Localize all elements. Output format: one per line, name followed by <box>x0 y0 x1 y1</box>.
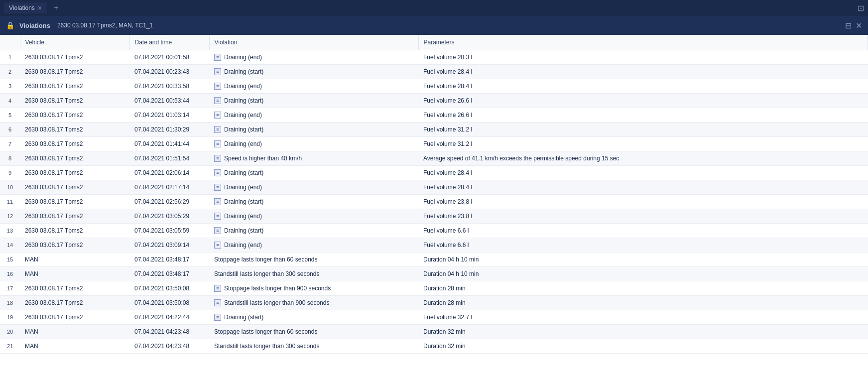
violation-icon: ≡ <box>214 169 221 176</box>
cell-violation: Standstill lasts longer than 300 seconds <box>209 267 418 281</box>
cell-num: 18 <box>0 296 20 310</box>
cell-datetime: 07.04.2021 04:22:44 <box>129 310 209 325</box>
cell-num: 6 <box>0 123 20 137</box>
violation-icon: ≡ <box>214 314 221 321</box>
violations-table-container[interactable]: Vehicle Date and time Violation Paramete… <box>0 35 868 382</box>
cell-vehicle: 2630 03.08.17 Tpms2 <box>20 296 129 310</box>
table-row[interactable]: 32630 03.08.17 Tpms207.04.2021 00:33:58≡… <box>0 79 868 94</box>
cell-violation: ≡Draining (end) <box>209 137 418 151</box>
table-row[interactable]: 182630 03.08.17 Tpms207.04.2021 03:50:08… <box>0 296 868 310</box>
cell-datetime: 07.04.2021 02:17:14 <box>129 180 209 195</box>
table-row[interactable]: 172630 03.08.17 Tpms207.04.2021 03:50:08… <box>0 281 868 296</box>
cell-vehicle: MAN <box>20 325 129 339</box>
tab-label: Violations <box>9 4 35 11</box>
lock-icon: 🔒 <box>6 21 14 29</box>
cell-params: Fuel volume 32.7 l <box>418 310 868 325</box>
violation-text: Draining (end) <box>224 54 262 61</box>
table-row[interactable]: 122630 03.08.17 Tpms207.04.2021 03:05:29… <box>0 209 868 224</box>
table-row[interactable]: 21MAN07.04.2021 04:23:48Standstill lasts… <box>0 339 868 354</box>
table-row[interactable]: 112630 03.08.17 Tpms207.04.2021 02:56:29… <box>0 195 868 209</box>
col-header-vehicle: Vehicle <box>20 35 129 50</box>
violation-text: Draining (start) <box>224 68 263 75</box>
table-row[interactable]: 132630 03.08.17 Tpms207.04.2021 03:05:59… <box>0 224 868 238</box>
violation-text: Standstill lasts longer than 900 seconds <box>224 299 329 306</box>
cell-vehicle: 2630 03.08.17 Tpms2 <box>20 209 129 224</box>
cell-violation: Stoppage lasts longer than 60 seconds <box>209 325 418 339</box>
panel-close-button[interactable]: ✕ <box>856 21 862 30</box>
col-header-params: Parameters <box>418 35 868 50</box>
cell-num: 7 <box>0 137 20 151</box>
cell-num: 21 <box>0 339 20 354</box>
cell-num: 13 <box>0 224 20 238</box>
col-header-datetime: Date and time <box>129 35 209 50</box>
cell-vehicle: 2630 03.08.17 Tpms2 <box>20 238 129 253</box>
table-row[interactable]: 12630 03.08.17 Tpms207.04.2021 00:01:58≡… <box>0 50 868 65</box>
cell-params: Duration 28 min <box>418 281 868 296</box>
cell-params: Duration 32 min <box>418 339 868 354</box>
panel-header: 🔒 Violations 2630 03.08.17 Tpms2, MAN, T… <box>0 16 868 35</box>
table-row[interactable]: 142630 03.08.17 Tpms207.04.2021 03:09:14… <box>0 238 868 253</box>
cell-violation: Stoppage lasts longer than 60 seconds <box>209 253 418 267</box>
table-row[interactable]: 62630 03.08.17 Tpms207.04.2021 01:30:29≡… <box>0 123 868 137</box>
violation-text: Draining (start) <box>224 314 263 321</box>
table-row[interactable]: 52630 03.08.17 Tpms207.04.2021 01:03:14≡… <box>0 108 868 123</box>
cell-violation: ≡Draining (start) <box>209 195 418 209</box>
add-tab-button[interactable]: + <box>51 2 61 13</box>
app-window: Violations × + ⊡ 🔒 Violations 2630 03.08… <box>0 0 868 382</box>
cell-params: Fuel volume 31.2 l <box>418 137 868 151</box>
cell-datetime: 07.04.2021 03:48:17 <box>129 253 209 267</box>
cell-vehicle: 2630 03.08.17 Tpms2 <box>20 310 129 325</box>
cell-params: Fuel volume 26.6 l <box>418 108 868 123</box>
cell-num: 12 <box>0 209 20 224</box>
tab-close-button[interactable]: × <box>38 4 42 11</box>
violations-table: Vehicle Date and time Violation Paramete… <box>0 35 868 354</box>
cell-violation: ≡Draining (start) <box>209 123 418 137</box>
cell-params: Duration 04 h 10 min <box>418 253 868 267</box>
table-row[interactable]: 22630 03.08.17 Tpms207.04.2021 00:23:43≡… <box>0 65 868 79</box>
violation-icon: ≡ <box>214 112 221 119</box>
table-row[interactable]: 102630 03.08.17 Tpms207.04.2021 02:17:14… <box>0 180 868 195</box>
window-controls-icon: ⊡ <box>858 4 864 12</box>
cell-params: Average speed of 41.1 km/h exceeds the p… <box>418 151 868 166</box>
cell-vehicle: 2630 03.08.17 Tpms2 <box>20 151 129 166</box>
cell-datetime: 07.04.2021 00:01:58 <box>129 50 209 65</box>
cell-params: Fuel volume 6.6 l <box>418 238 868 253</box>
violation-icon: ≡ <box>214 198 221 205</box>
table-row[interactable]: 82630 03.08.17 Tpms207.04.2021 01:51:54≡… <box>0 151 868 166</box>
col-header-violation: Violation <box>209 35 418 50</box>
cell-datetime: 07.04.2021 00:33:58 <box>129 79 209 94</box>
violation-icon: ≡ <box>214 54 221 61</box>
table-row[interactable]: 192630 03.08.17 Tpms207.04.2021 04:22:44… <box>0 310 868 325</box>
violation-icon: ≡ <box>214 126 221 133</box>
cell-datetime: 07.04.2021 02:06:14 <box>129 166 209 180</box>
cell-datetime: 07.04.2021 00:53:44 <box>129 94 209 108</box>
cell-datetime: 07.04.2021 01:51:54 <box>129 151 209 166</box>
table-row[interactable]: 42630 03.08.17 Tpms207.04.2021 00:53:44≡… <box>0 94 868 108</box>
cell-datetime: 07.04.2021 04:23:48 <box>129 325 209 339</box>
cell-num: 19 <box>0 310 20 325</box>
table-row[interactable]: 92630 03.08.17 Tpms207.04.2021 02:06:14≡… <box>0 166 868 180</box>
table-header-row: Vehicle Date and time Violation Paramete… <box>0 35 868 50</box>
cell-params: Fuel volume 28.4 l <box>418 166 868 180</box>
cell-params: Duration 28 min <box>418 296 868 310</box>
violation-icon: ≡ <box>214 184 221 191</box>
cell-vehicle: 2630 03.08.17 Tpms2 <box>20 281 129 296</box>
panel-header-actions: ⊟ ✕ <box>845 21 862 30</box>
cell-violation: ≡Standstill lasts longer than 900 second… <box>209 296 418 310</box>
panel-minimize-button[interactable]: ⊟ <box>845 21 852 30</box>
title-bar-tab[interactable]: Violations × <box>4 2 47 13</box>
cell-datetime: 07.04.2021 03:50:08 <box>129 296 209 310</box>
table-row[interactable]: 15MAN07.04.2021 03:48:17Stoppage lasts l… <box>0 253 868 267</box>
table-row[interactable]: 72630 03.08.17 Tpms207.04.2021 01:41:44≡… <box>0 137 868 151</box>
violation-text: Speed is higher than 40 km/h <box>224 155 302 162</box>
violation-icon: ≡ <box>214 242 221 249</box>
table-row[interactable]: 16MAN07.04.2021 03:48:17Standstill lasts… <box>0 267 868 281</box>
cell-params: Duration 04 h 10 min <box>418 267 868 281</box>
cell-violation: ≡Stoppage lasts longer than 900 seconds <box>209 281 418 296</box>
violation-icon: ≡ <box>214 83 221 90</box>
table-row[interactable]: 20MAN07.04.2021 04:23:48Stoppage lasts l… <box>0 325 868 339</box>
cell-num: 9 <box>0 166 20 180</box>
violation-text: Draining (start) <box>224 198 263 205</box>
cell-num: 1 <box>0 50 20 65</box>
cell-violation: ≡Draining (end) <box>209 238 418 253</box>
